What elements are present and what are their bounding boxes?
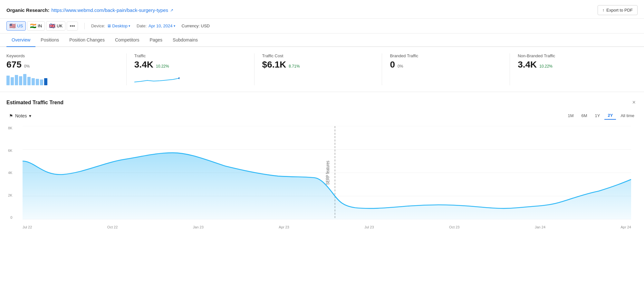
tool-name: Organic Research:	[6, 7, 49, 13]
traffic-cost-value: $6.1K	[262, 60, 286, 70]
y-axis: 8K 6K 4K 2K 0	[8, 126, 14, 219]
x-label-jan24: Jan 24	[535, 225, 545, 229]
svg-rect-5	[27, 77, 31, 85]
currency-label: Currency: USD	[182, 23, 210, 28]
branded-traffic-value-row: 0 0%	[390, 60, 502, 70]
keywords-label: Keywords	[6, 53, 119, 58]
time-filter-alltime[interactable]: All time	[617, 112, 638, 120]
device-label: Device:	[91, 23, 105, 28]
traffic-cost-change: 8.71%	[289, 64, 300, 69]
country-in[interactable]: 🇮🇳 IN	[27, 21, 45, 31]
time-filter-2y[interactable]: 2Y	[604, 112, 616, 120]
country-uk[interactable]: 🇬🇧 UK	[46, 21, 65, 31]
toolbar-divider-1	[84, 23, 85, 29]
page-header: Organic Research: https://www.webmd.com/…	[0, 0, 644, 19]
keywords-value-row: 675 0%	[6, 60, 119, 70]
svg-rect-4	[23, 74, 26, 85]
traffic-cost-label: Traffic Cost	[262, 53, 374, 58]
header-title-area: Organic Research: https://www.webmd.com/…	[6, 7, 173, 13]
traffic-cost-value-row: $6.1K 8.71%	[262, 60, 374, 70]
currency-display: Currency: USD	[182, 23, 210, 28]
date-text: Apr 10, 2024	[149, 23, 172, 28]
metric-keywords: Keywords 675 0%	[6, 53, 127, 85]
time-filter-6m[interactable]: 6M	[578, 112, 591, 120]
svg-rect-2	[15, 75, 18, 85]
notes-button[interactable]: ⚑ Notes ▾	[6, 112, 34, 120]
date-chevron-icon: ▾	[174, 24, 175, 28]
x-axis: Jul 22 Oct 22 Jan 23 Apr 23 Jul 23 Oct 2…	[23, 225, 631, 229]
x-label-jul22: Jul 22	[23, 225, 32, 229]
branded-traffic-label: Branded Traffic	[390, 53, 502, 58]
tab-competitors[interactable]: Competitors	[110, 33, 144, 47]
traffic-change: 10.22%	[156, 64, 169, 69]
metric-traffic: Traffic 3.4K 10.22%	[134, 53, 255, 85]
x-label-jan23: Jan 23	[193, 225, 204, 229]
device-name: Desktop	[112, 23, 128, 28]
nonbranded-traffic-change: 10.22%	[539, 64, 553, 69]
device-selector: Device: 🖥 Desktop ▾	[91, 23, 130, 28]
chart-section: Estimated Traffic Trend × ⚑ Notes ▾ 1M 6…	[0, 92, 644, 235]
time-filter-1y[interactable]: 1Y	[592, 112, 603, 120]
y-label-4k: 4K	[8, 171, 12, 175]
metric-nonbranded-traffic: Non-Branded Traffic 3.4K 10.22%	[518, 53, 638, 85]
page-url[interactable]: https://www.webmd.com/back-pain/back-sur…	[51, 7, 168, 13]
device-chevron-icon: ▾	[129, 24, 130, 28]
metric-branded-traffic: Branded Traffic 0 0%	[390, 53, 510, 85]
more-countries-button[interactable]: •••	[67, 22, 78, 31]
date-label: Date:	[137, 23, 147, 28]
external-link-icon[interactable]: ↗	[170, 8, 173, 13]
notes-icon: ⚑	[9, 113, 13, 118]
chart-container: 8K 6K 4K 2K 0 SERP features	[23, 126, 631, 229]
desktop-icon: 🖥	[107, 23, 111, 28]
y-label-8k: 8K	[8, 126, 12, 130]
svg-rect-9	[44, 78, 47, 85]
y-label-6k: 6K	[8, 149, 12, 152]
x-label-apr23: Apr 23	[279, 225, 289, 229]
traffic-label: Traffic	[134, 53, 246, 58]
nonbranded-traffic-label: Non-Branded Traffic	[518, 53, 630, 58]
date-value[interactable]: Apr 10, 2024 ▾	[149, 23, 175, 28]
navigation-tabs: Overview Positions Position Changes Comp…	[0, 33, 644, 47]
svg-rect-7	[36, 79, 39, 85]
chart-controls: ⚑ Notes ▾ 1M 6M 1Y 2Y All time	[6, 112, 638, 120]
svg-rect-6	[32, 78, 35, 85]
tab-subdomains[interactable]: Subdomains	[168, 33, 203, 47]
notes-label: Notes	[15, 113, 27, 118]
uk-flag: 🇬🇧	[49, 23, 55, 29]
chart-close-button[interactable]: ×	[630, 98, 638, 106]
device-value[interactable]: 🖥 Desktop ▾	[107, 23, 130, 28]
in-flag: 🇮🇳	[30, 23, 36, 29]
nonbranded-traffic-value-row: 3.4K 10.22%	[518, 60, 630, 70]
x-label-oct23: Oct 23	[449, 225, 459, 229]
us-label: US	[17, 23, 23, 28]
x-label-apr24: Apr 24	[621, 225, 631, 229]
country-us[interactable]: 🇺🇸 US	[6, 21, 26, 31]
notes-chevron-icon: ▾	[29, 113, 31, 118]
tab-pages[interactable]: Pages	[144, 33, 168, 47]
time-filter-1m[interactable]: 1M	[564, 112, 577, 120]
time-filters: 1M 6M 1Y 2Y All time	[564, 112, 638, 120]
tab-overview[interactable]: Overview	[6, 33, 35, 47]
tab-positions[interactable]: Positions	[35, 33, 64, 47]
metrics-bar: Keywords 675 0% Traffic 3.4K 10.22%	[0, 47, 644, 92]
svg-point-10	[178, 77, 179, 79]
svg-text:SERP features: SERP features	[325, 161, 330, 185]
traffic-mini-chart	[134, 72, 179, 85]
y-label-2k: 2K	[8, 193, 12, 197]
metric-traffic-cost: Traffic Cost $6.1K 8.71%	[262, 53, 382, 85]
svg-rect-1	[11, 77, 14, 85]
nonbranded-traffic-value: 3.4K	[518, 60, 537, 70]
chart-svg: SERP features	[23, 126, 631, 219]
toolbar: 🇺🇸 US 🇮🇳 IN 🇬🇧 UK ••• Device: 🖥 Desktop …	[0, 19, 644, 33]
us-flag: 🇺🇸	[9, 23, 16, 29]
export-label: Export to PDF	[606, 8, 633, 13]
keywords-change: 0%	[24, 64, 30, 69]
tab-position-changes[interactable]: Position Changes	[64, 33, 110, 47]
chart-header: Estimated Traffic Trend ×	[6, 98, 638, 106]
y-label-0: 0	[10, 216, 12, 219]
svg-rect-3	[19, 76, 22, 85]
x-label-oct22: Oct 22	[107, 225, 118, 229]
export-button[interactable]: ↑ Export to PDF	[598, 5, 638, 15]
in-label: IN	[38, 23, 42, 28]
branded-traffic-value: 0	[390, 60, 395, 70]
